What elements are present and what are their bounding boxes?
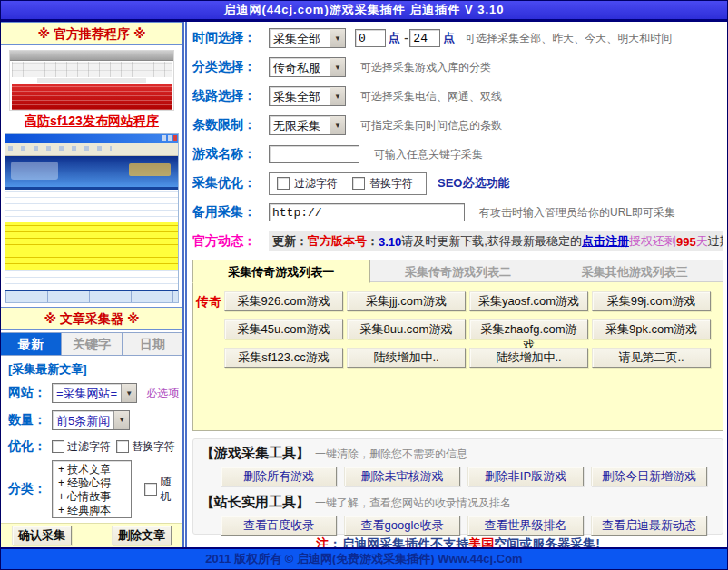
count-row: 数量： 前5条新闻 ▼ <box>1 407 182 434</box>
game-tool-button[interactable]: 删除今日新增游戏 <box>591 467 707 486</box>
count-select[interactable]: 前5条新闻 ▼ <box>52 410 130 430</box>
collect-game-button[interactable]: 采集sf123.cc游戏 <box>224 348 343 368</box>
line-desc: 可选择采集电信、网通、双线 <box>360 89 502 104</box>
sidebar-button-bar: 确认采集 删除文章 <box>1 523 182 547</box>
game-tools-buttons: 删除所有游戏删除未审核游戏删除非IP版游戏删除今日新增游戏 <box>221 467 715 486</box>
site-banner <box>5 156 178 187</box>
promo-caption-link[interactable]: 高防sf123发布网站程序 <box>1 113 182 130</box>
category-select-row: 分类选择： 传奇私服 ▼ 可选择采集游戏入库的分类 <box>192 53 723 82</box>
tools-section: 【游戏采集工具】 一键清除，删除您不需要的信息 删除所有游戏删除未审核游戏删除非… <box>192 438 723 535</box>
window-titlebar: 启迪网(44cj.com)游戏采集插件 启迪插件 V 3.10 <box>1 1 727 22</box>
site-row: 网站： =采集网站= ▼ 必选项 <box>1 379 182 407</box>
collect-game-button[interactable]: 采集zhaofg.com游戏 <box>469 319 588 339</box>
category-option[interactable]: + 技术文章 <box>58 463 125 477</box>
collect-game-button[interactable]: 陆续增加中.. <box>347 348 466 368</box>
webmaster-tool-button[interactable]: 查看启迪最新动态 <box>591 516 707 536</box>
optimize-row: 优化： 过滤字符 替换字符 <box>1 435 182 458</box>
table-rows-white <box>5 187 178 222</box>
app-window: 启迪网(44cj.com)游戏采集插件 启迪插件 V 3.10 ※ 官方推荐程序… <box>0 0 728 570</box>
webmaster-tool-button[interactable]: 查看世界级排名 <box>467 516 584 536</box>
replace-checkbox[interactable] <box>116 440 129 453</box>
game-name-desc: 可输入任意关键字采集 <box>374 147 483 162</box>
auth-days-value: 995 <box>676 235 696 249</box>
optimize-label: 优化： <box>8 438 52 455</box>
promo-header-text: ※ 官方推荐程序 ※ <box>38 26 146 41</box>
news-version-label: 官方版本号 <box>308 233 367 250</box>
category-option[interactable]: + 心情故事 <box>58 490 125 504</box>
note-sep: ： <box>329 536 341 547</box>
table-rows-highlighted <box>5 222 178 270</box>
game-button-grid: 采集926.com游戏采集jjj.com游戏采集yaosf.com游戏采集99j… <box>224 291 711 430</box>
limit-select-value: 无限采集 <box>270 116 330 134</box>
note-text-1: 启迪网采集插件不支持 <box>341 536 468 547</box>
collect-game-button[interactable]: 采集9pk.com游戏 <box>592 319 711 339</box>
thumbnail-link-grid <box>12 62 172 77</box>
official-news-label: 官方动态： <box>192 233 269 250</box>
replace-chars-label: 替换字符 <box>369 176 413 192</box>
game-list-tab[interactable]: 采集其他游戏列表三 <box>546 260 723 282</box>
collector-site-thumbnail[interactable] <box>5 133 179 303</box>
time-from-input[interactable] <box>355 29 386 47</box>
optimize-main-row: 采集优化： 过滤字符 替换字符 SEO必选功能 <box>192 169 723 198</box>
promo-site-thumbnail[interactable] <box>9 50 174 111</box>
expire-text: 过期 <box>708 233 723 250</box>
official-news-row: 官方动态： 更新： 官方版本号 ： 3.10 请及时更新下载,获得最新最稳定的 … <box>192 227 723 256</box>
note-prefix: 注 <box>316 536 329 547</box>
time-select[interactable]: 采集全部 ▼ <box>269 28 346 48</box>
filter-chars-checkbox[interactable] <box>277 177 290 190</box>
collect-game-button[interactable]: 采集8uu.com游戏 <box>347 319 466 339</box>
replace-chars-checkbox[interactable] <box>352 177 365 190</box>
filter-checkbox-label: 过滤字符 <box>67 439 111 455</box>
collect-game-button[interactable]: 采集926.com游戏 <box>224 291 343 311</box>
game-list-tab[interactable]: 采集传奇游戏列表二 <box>370 260 547 282</box>
line-select[interactable]: 采集全部 ▼ <box>269 86 346 106</box>
optimize-checkbox-group: 过滤字符 替换字符 <box>269 172 427 195</box>
sidebar-tab[interactable]: 最新 <box>1 333 62 355</box>
thumbnail-text-line <box>37 78 146 83</box>
site-label: 网站： <box>8 385 52 401</box>
collect-game-button[interactable]: 采集yaosf.com游戏 <box>469 291 588 311</box>
collect-game-button[interactable]: 采集jjj.com游戏 <box>347 291 466 311</box>
random-checkbox[interactable] <box>144 483 157 496</box>
site-select[interactable]: =采集网站= ▼ <box>52 383 137 403</box>
delete-article-button[interactable]: 删除文章 <box>112 526 172 545</box>
game-tool-button[interactable]: 删除所有游戏 <box>221 467 337 486</box>
collector-header-text: ※ 文章采集器 ※ <box>44 311 140 326</box>
sidebar-tab[interactable]: 关键字 <box>62 333 123 355</box>
game-tool-button[interactable]: 删除未审核游戏 <box>344 467 460 486</box>
game-list-tab[interactable]: 采集传奇游戏列表一 <box>192 260 370 283</box>
collect-game-button[interactable]: 陆续增加中.. <box>469 348 588 368</box>
category-option[interactable]: + 经典脚本 <box>58 504 125 517</box>
webmaster-tool-button[interactable]: 查看google收录 <box>344 516 460 536</box>
collect-game-button[interactable]: 采集99j.com游戏 <box>592 291 711 311</box>
category-select[interactable]: 传奇私服 ▼ <box>269 57 346 77</box>
register-link[interactable]: 点击注册 <box>582 233 629 250</box>
category-option[interactable]: + 经验心得 <box>58 477 125 490</box>
webmaster-tools-desc: 一键了解，查看您网站的收录情况及排名 <box>315 496 511 511</box>
category-row: 分类： + 技术文章+ 经验心得+ 心情故事+ 经典脚本 随机 <box>1 458 182 519</box>
limit-select-label: 条数限制： <box>192 117 269 133</box>
sidebar-tab[interactable]: 日期 <box>123 333 182 355</box>
collect-game-button[interactable]: 采集45u.com游戏 <box>224 319 343 339</box>
official-news-strip: 更新： 官方版本号 ： 3.10 请及时更新下载,获得最新最稳定的 点击注册 授… <box>269 231 723 251</box>
game-name-input[interactable] <box>269 145 359 163</box>
time-desc: 可选择采集全部、昨天、今天、明天和时间 <box>465 31 672 46</box>
collector-header-banner: ※ 文章采集器 ※ <box>1 307 182 330</box>
game-list-tabs: 采集传奇游戏列表一采集传奇游戏列表二采集其他游戏列表三 <box>192 260 723 282</box>
collect-game-button[interactable]: 请见第二页.. <box>592 348 711 368</box>
chevron-down-icon: ▼ <box>121 384 136 402</box>
webmaster-tools-title: 【站长实用工具】 <box>201 494 310 511</box>
backup-url-input[interactable] <box>269 203 465 221</box>
limit-select[interactable]: 无限采集 ▼ <box>269 115 346 135</box>
count-label: 数量： <box>8 412 52 428</box>
time-to-input[interactable] <box>409 29 440 47</box>
browser-titlebar <box>5 134 178 142</box>
filter-chars-label: 过滤字符 <box>294 176 338 192</box>
news-version-number: 3.10 <box>379 235 401 249</box>
category-listbox[interactable]: + 技术文章+ 经验心得+ 心情故事+ 经典脚本 <box>52 460 132 518</box>
count-select-value: 前5条新闻 <box>53 411 113 429</box>
webmaster-tool-button[interactable]: 查看百度收录 <box>221 516 337 536</box>
filter-checkbox[interactable] <box>52 440 64 453</box>
game-tool-button[interactable]: 删除非IP版游戏 <box>467 467 584 486</box>
confirm-collect-button[interactable]: 确认采集 <box>12 526 72 545</box>
